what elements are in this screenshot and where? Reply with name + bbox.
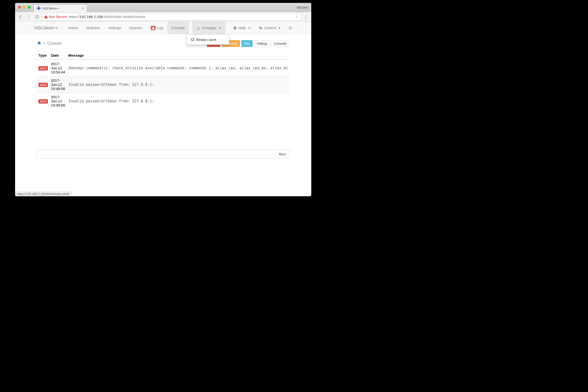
download-icon (196, 26, 200, 30)
nav-help-label: Help (238, 26, 246, 30)
date-cell: 2017-Jun-12 19:49:56 (49, 76, 67, 93)
back-button[interactable] (17, 13, 24, 20)
profile-name[interactable]: Michael (294, 6, 311, 9)
bookmark-icon[interactable]: ☆ (295, 14, 299, 19)
window-controls (15, 6, 34, 9)
filter-info-button[interactable]: Info (241, 40, 253, 47)
forward-button[interactable] (25, 13, 32, 20)
command-input[interactable] (37, 149, 276, 158)
nav-modules[interactable]: Modules (82, 22, 104, 34)
date-cell: 2017-Jun-12 19:49:56 (49, 93, 67, 110)
window-zoom-button[interactable] (28, 6, 31, 9)
browser-tab[interactable]: NSClient++ × (34, 4, 87, 12)
type-badge: error (38, 99, 48, 104)
status-bar: https://192.168.2.108:8443/index.html# (15, 192, 72, 196)
browser-toolbar: Not Secure https://192.168.2.108:8443/in… (15, 12, 311, 22)
date-cell: 2017-Jun-12 19:54:44 (49, 60, 67, 76)
run-button[interactable]: Run (276, 149, 290, 158)
col-message: Message (67, 51, 290, 60)
dropdown-label: Always save (196, 38, 216, 42)
caret-down-icon: ▼ (248, 26, 251, 30)
message-cell: Invalid password/token from: 127.0.0.1: (67, 93, 290, 110)
message-cell: Unknown command(s): check_drivsize avail… (67, 60, 290, 76)
security-label: Not Secure (49, 14, 67, 19)
col-type: Type (37, 51, 49, 60)
dropdown-always-save[interactable]: Always save (187, 36, 229, 43)
type-badge: error (38, 66, 48, 70)
logout-icon (289, 26, 292, 30)
col-date: Date (49, 51, 67, 60)
table-row: error 2017-Jun-12 19:49:56 Invalid passw… (37, 93, 290, 110)
nav-log-label: Log (157, 26, 163, 30)
filter-console-button[interactable]: Console (271, 40, 290, 47)
type-badge: error (38, 83, 48, 87)
changes-dropdown: Always save (186, 34, 229, 45)
url-text: https://192.168.2.108:8443/index.html#/c… (68, 14, 145, 19)
address-bar[interactable]: Not Secure https://192.168.2.108:8443/in… (42, 13, 301, 20)
nav-home[interactable]: Home (64, 22, 82, 34)
reload-button[interactable] (34, 13, 40, 20)
warning-icon (44, 15, 48, 19)
table-row: error 2017-Jun-12 19:54:44 Unknown comma… (37, 60, 290, 76)
browser-window: NSClient++ × Michael Not Secure https://… (15, 3, 311, 196)
log-table: Type Date Message error 2017-Jun-12 19:5… (37, 51, 290, 109)
browser-tabbar: NSClient++ × Michael (15, 3, 311, 12)
nav-control[interactable]: Control ▼ (254, 22, 285, 34)
breadcrumb-sep: / (44, 41, 45, 46)
nav-console[interactable]: Console (167, 22, 189, 34)
breadcrumb: / Console (37, 41, 62, 46)
command-run-bar: Run (37, 149, 290, 158)
message-cell: Invalid password/token from: 127.0.0.1: (67, 76, 290, 93)
alert-icon (151, 26, 156, 30)
nav-changes-label: Changes (202, 26, 216, 30)
tab-close-icon[interactable]: × (82, 6, 84, 10)
nav-log[interactable]: Log (147, 22, 167, 34)
radio-off-icon (191, 38, 194, 41)
window-minimize-button[interactable] (23, 6, 26, 9)
favicon-icon (37, 6, 40, 10)
nav-queries[interactable]: Queries (126, 22, 147, 34)
gear-icon (259, 26, 263, 30)
security-indicator[interactable]: Not Secure (44, 14, 67, 19)
breadcrumb-page: Console (47, 41, 62, 46)
table-row: error 2017-Jun-12 19:49:56 Invalid passw… (37, 76, 290, 93)
caret-down-icon: ▼ (278, 26, 281, 30)
home-icon[interactable] (37, 41, 41, 46)
nav-changes[interactable]: Changes ▼ (192, 22, 226, 34)
app-navbar: NSClient++ Home Modules Settings Queries… (15, 22, 311, 34)
nav-help[interactable]: Help ▼ (229, 22, 255, 34)
page-header: / Console Error Warning Info Debug Conso… (37, 40, 290, 47)
browser-menu-button[interactable]: ⋮ (302, 14, 309, 20)
content-area: / Console Error Warning Info Debug Conso… (15, 34, 311, 196)
filter-debug-button[interactable]: Debug (254, 40, 270, 47)
window-close-button[interactable] (18, 6, 21, 9)
nav-logout[interactable] (285, 22, 296, 34)
nav-settings[interactable]: Settings (104, 22, 126, 34)
globe-icon (233, 26, 237, 30)
caret-down-icon: ▼ (218, 26, 221, 30)
tab-title: NSClient++ (42, 6, 80, 10)
nav-control-label: Control (264, 26, 276, 30)
app-brand[interactable]: NSClient++ (34, 22, 64, 34)
